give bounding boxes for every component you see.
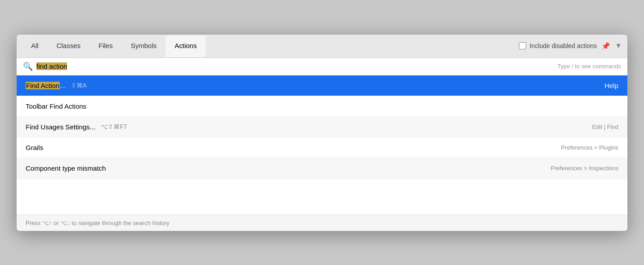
result-category: Edit | Find — [592, 124, 618, 130]
include-disabled-text: Include disabled actions — [530, 42, 597, 49]
search-bar: 🔍 find action Type / to see commands — [17, 58, 627, 75]
result-left: Grails — [26, 144, 43, 151]
status-bar: Press ⌥↑ or ⌥↓ to navigate through the s… — [17, 215, 627, 231]
result-category-help: Help — [604, 82, 618, 89]
result-category: Preferences > Inspections — [550, 165, 618, 172]
include-disabled-checkbox[interactable] — [519, 42, 526, 49]
search-input-wrapper[interactable]: find action — [36, 62, 554, 70]
search-icon: 🔍 — [23, 62, 33, 71]
result-left: Find Action... ⇧⌘A — [26, 82, 87, 89]
result-category: Preferences > Plugins — [561, 144, 618, 151]
pin-icon[interactable]: 📌 — [601, 42, 610, 50]
result-item-grails[interactable]: Grails Preferences > Plugins — [17, 137, 627, 158]
include-disabled-label[interactable]: Include disabled actions — [519, 42, 597, 49]
result-name: Toolbar Find Actions — [26, 102, 86, 110]
result-name: Find Usages Settings... — [26, 123, 95, 131]
search-input-highlighted: find action — [36, 62, 67, 70]
tab-right-controls: Include disabled actions 📌 ▼ — [519, 42, 622, 50]
tab-symbols[interactable]: Symbols — [122, 35, 166, 57]
filter-icon[interactable]: ▼ — [615, 42, 622, 50]
result-name: Component type mismatch — [26, 164, 106, 172]
result-left: Component type mismatch — [26, 164, 106, 172]
result-item-component-type-mismatch[interactable]: Component type mismatch Preferences > In… — [17, 158, 627, 179]
tab-classes[interactable]: Classes — [48, 35, 89, 57]
result-left: Toolbar Find Actions — [26, 102, 86, 110]
search-hint: Type / to see commands — [557, 63, 621, 70]
empty-space — [17, 179, 627, 215]
result-item-find-action[interactable]: Find Action... ⇧⌘A Help — [17, 75, 627, 96]
result-left: Find Usages Settings... ⌥⇧⌘F7 — [26, 123, 127, 131]
result-shortcut: ⇧⌘A — [69, 82, 87, 89]
result-name: Find Action... — [26, 82, 66, 89]
tab-files[interactable]: Files — [89, 35, 122, 57]
result-shortcut: ⌥⇧⌘F7 — [99, 123, 127, 130]
tab-bar: All Classes Files Symbols Actions Includ… — [17, 35, 627, 58]
find-action-window: All Classes Files Symbols Actions Includ… — [16, 34, 628, 231]
status-bar-text: Press ⌥↑ or ⌥↓ to navigate through the s… — [26, 220, 170, 226]
result-name: Grails — [26, 144, 43, 151]
result-item-toolbar-find-actions[interactable]: Toolbar Find Actions — [17, 96, 627, 117]
tab-all[interactable]: All — [22, 35, 48, 57]
results-list: Find Action... ⇧⌘A Help Toolbar Find Act… — [17, 75, 627, 179]
result-item-find-usages-settings[interactable]: Find Usages Settings... ⌥⇧⌘F7 Edit | Fin… — [17, 117, 627, 137]
tab-actions[interactable]: Actions — [165, 35, 206, 57]
